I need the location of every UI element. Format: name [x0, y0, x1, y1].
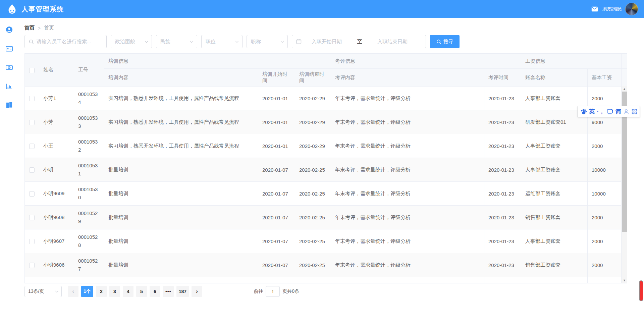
cell-training-end: 2020-02-25	[295, 253, 331, 277]
brand: 人事管理系统	[6, 3, 64, 15]
cell-training-content: 批量培训	[104, 158, 258, 182]
cell-training-end: 2020-02-29	[295, 110, 331, 134]
ime-lang-toggle[interactable]: 英	[589, 109, 595, 114]
chevron-down-icon	[281, 39, 284, 43]
cell-work-id: 00010533	[74, 110, 104, 134]
cell-review-content: 年末考评，需求量统计，评级分析	[331, 134, 484, 158]
cell-review-time: 2020-01-23	[484, 87, 521, 110]
cell-training-start: 2020-01-01	[258, 110, 295, 134]
next-icon: ›	[196, 288, 198, 295]
row-checkbox[interactable]	[29, 96, 35, 101]
id-card-icon[interactable]	[5, 45, 13, 53]
cell-review-time: 2020-01-23	[484, 110, 521, 134]
cell-base-salary: 10000	[588, 182, 622, 206]
cell-training-end: 2020-02-29	[295, 134, 331, 158]
table-row[interactable]: 小明9609 00010530 批量培训 2020-01-07 2020-02-…	[25, 182, 628, 206]
prev-page-button[interactable]: ‹	[68, 286, 78, 297]
page-scrollbar-thumb[interactable]	[639, 280, 643, 301]
job-title-select[interactable]: 职称	[247, 35, 288, 48]
goto-page-input[interactable]	[266, 286, 280, 297]
col-header-review-time: 考评时间	[484, 69, 521, 87]
page-button-2[interactable]: 2	[96, 286, 107, 297]
cell-name: 小明9607	[39, 229, 74, 253]
cell-training-start: 2020-01-07	[258, 229, 295, 253]
next-page-button[interactable]: ›	[192, 286, 202, 297]
baidu-paw-icon[interactable]	[580, 108, 587, 115]
search-button[interactable]: 搜寻	[430, 35, 460, 48]
row-checkbox[interactable]	[29, 167, 35, 173]
row-checkbox[interactable]	[29, 144, 35, 149]
position-select[interactable]: 职位	[201, 35, 243, 48]
table-row[interactable]: 小明9607 00010528 批量培训 2020-01-07 2020-02-…	[25, 229, 628, 253]
cell-account-name: 销售部工资账套	[521, 206, 588, 229]
page-button-187[interactable]: 187	[176, 286, 189, 297]
page-button-1[interactable]: 1个	[81, 286, 93, 297]
apps-icon[interactable]	[5, 101, 13, 109]
political-status-select[interactable]: 政治面貌	[111, 35, 152, 48]
page-button-6[interactable]: 6	[150, 286, 160, 297]
table-row[interactable]: 小王 00010532 实习培训，熟悉开发环境，工具使用，属性产品线常见流程 2…	[25, 134, 628, 158]
search-input[interactable]: 请输入员工名进行搜索...	[24, 35, 107, 48]
cell-name	[39, 277, 74, 284]
cell-review-content: 年末考评，需求量统计，评级分析	[331, 87, 484, 110]
cell-training-content: 批量培训	[104, 253, 258, 277]
user-circle-icon[interactable]	[5, 26, 13, 34]
table-row[interactable]: 小芳1 00010534 实习培训，熟悉开发环境，工具使用，属性产品线常见流程 …	[25, 87, 628, 110]
banknote-icon[interactable]	[5, 64, 13, 71]
cell-work-id: 00010528	[74, 229, 104, 253]
date-start-placeholder[interactable]: 入职开始日期	[302, 39, 352, 45]
cell-training-end: 2020-02-25	[295, 206, 331, 229]
page-scrollbar[interactable]	[639, 275, 644, 312]
row-checkbox[interactable]	[29, 120, 35, 125]
table-row[interactable]: 小明9608 00010529 批量培训 2020-01-07 2020-02-…	[25, 206, 628, 229]
cell-base-salary: 2000	[588, 253, 622, 277]
scroll-down-icon[interactable]: ▼	[622, 278, 627, 283]
cell-training-end: 2020-02-25	[295, 158, 331, 182]
row-checkbox[interactable]	[29, 215, 35, 220]
cell-base-salary: 10000	[588, 158, 622, 182]
ethnicity-select[interactable]: 民族	[156, 35, 197, 48]
cell-review-time: 2020-01-23	[484, 134, 521, 158]
cell-account-name: 人事部工资账套	[521, 158, 588, 182]
mail-icon[interactable]	[591, 6, 598, 12]
scroll-up-icon[interactable]: ▲	[622, 87, 627, 92]
page-size-select[interactable]: 13条/页	[24, 286, 62, 297]
grid-icon[interactable]	[632, 109, 637, 114]
cell-review-time: 2020-01-23	[484, 158, 521, 182]
user-name[interactable]: 系统管理员	[602, 6, 621, 12]
ime-punctuation-toggle[interactable]: ·，	[597, 109, 605, 114]
page-button-4[interactable]: 4	[123, 286, 133, 297]
cell-review-content: 年末考评，需求量统计，评级分析	[331, 253, 484, 277]
keyboard-icon[interactable]	[607, 109, 613, 114]
cell-name: 小王	[39, 134, 74, 158]
search-placeholder: 请输入员工名进行搜索...	[37, 39, 91, 45]
cell-work-id: 00010530	[74, 182, 104, 206]
breadcrumb-current[interactable]: 首页	[44, 25, 54, 31]
table-row[interactable]: 小芳 00010533 实习培训，熟悉开发环境，工具使用，属性产品线常见流程 2…	[25, 110, 628, 134]
date-end-placeholder[interactable]: 入职结束日期	[367, 39, 418, 45]
more-pages-button[interactable]: •••	[163, 286, 174, 297]
breadcrumb-home[interactable]: 首页	[24, 25, 35, 31]
group-header-training: 培训信息	[104, 54, 331, 69]
row-checkbox[interactable]	[29, 239, 35, 244]
filter-bar: 请输入员工名进行搜索... 政治面貌 民族 职位 职称 入职开始日期 至 入职结…	[24, 35, 460, 48]
ime-charset-toggle[interactable]: 简	[615, 109, 621, 114]
row-checkbox[interactable]	[29, 191, 35, 197]
cell-name: 小芳	[39, 110, 74, 134]
col-header-training-end: 培训结束时间	[295, 69, 331, 87]
hire-date-range-picker[interactable]: 入职开始日期 至 入职结束日期	[292, 35, 426, 48]
select-all-checkbox[interactable]	[29, 68, 35, 73]
page-button-3[interactable]: 3	[109, 286, 120, 297]
avatar[interactable]	[625, 3, 638, 15]
table-row[interactable]: 小明 00010531 批量培训 2020-01-07 2020-02-25 年…	[25, 158, 628, 182]
page-button-5[interactable]: 5	[136, 286, 147, 297]
table-row[interactable]: 小明9606 00010527 批量培训 2020-01-07 2020-02-…	[25, 253, 628, 277]
user-icon[interactable]	[623, 109, 629, 115]
breadcrumb-separator-icon: >	[38, 25, 41, 31]
cell-review-time: 2020-01-23	[484, 229, 521, 253]
table-row-partial[interactable]: 00010526	[25, 277, 628, 284]
bar-chart-icon[interactable]	[5, 83, 13, 90]
col-header-training-start: 培训开始时间	[258, 69, 295, 87]
cell-name: 小明9606	[39, 253, 74, 277]
row-checkbox[interactable]	[29, 263, 35, 268]
